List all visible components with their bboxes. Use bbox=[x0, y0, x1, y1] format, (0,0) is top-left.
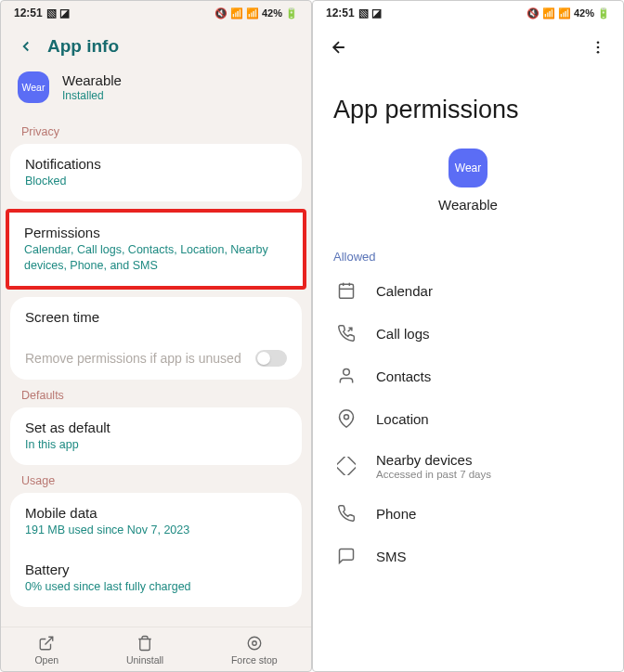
status-mute-icon: 🔇 bbox=[526, 7, 540, 19]
perm-label: Contacts bbox=[376, 368, 599, 384]
remove-perms-toggle[interactable] bbox=[255, 350, 287, 367]
section-usage: Usage bbox=[1, 465, 311, 493]
calendar-icon bbox=[337, 281, 356, 300]
battery-icon: 🔋 bbox=[597, 7, 610, 19]
permissions-sub: Calendar, Call logs, Contacts, Location,… bbox=[24, 242, 288, 274]
svg-point-5 bbox=[597, 46, 600, 49]
contacts-icon bbox=[337, 367, 356, 385]
header: App info bbox=[1, 25, 311, 66]
status-notification-icon: ▧ ◪ bbox=[358, 6, 382, 19]
svg-point-1 bbox=[248, 637, 261, 650]
status-wifi-icon: 📶 bbox=[230, 7, 243, 19]
svg-point-13 bbox=[344, 415, 349, 420]
perm-calendar[interactable]: Calendar bbox=[313, 269, 623, 312]
mobile-data-sub: 191 MB used since Nov 7, 2023 bbox=[25, 523, 287, 538]
perm-label: Call logs bbox=[376, 326, 599, 342]
permissions-row[interactable]: Permissions Calendar, Call logs, Contact… bbox=[9, 213, 303, 286]
perm-label: Location bbox=[376, 411, 599, 427]
perm-phone[interactable]: Phone bbox=[313, 492, 623, 535]
status-battery: 42% bbox=[262, 7, 282, 19]
set-default-sub: In this app bbox=[25, 437, 287, 453]
status-battery: 42% bbox=[574, 7, 594, 19]
perm-label: Calendar bbox=[376, 283, 599, 299]
status-notification-icon: ▧ ◪ bbox=[46, 6, 70, 19]
open-label: Open bbox=[34, 654, 58, 666]
svg-rect-14 bbox=[337, 457, 356, 475]
app-icon: Wear bbox=[448, 149, 488, 187]
app-name: Wearable bbox=[62, 72, 122, 88]
app-install-status: Installed bbox=[62, 89, 122, 102]
bottom-bar: Open Uninstall Force stop bbox=[1, 627, 311, 671]
permissions-highlight: Permissions Calendar, Call logs, Contact… bbox=[6, 209, 306, 290]
app-permissions-screen: 12:51 ▧ ◪ 🔇 📶 📶 42% 🔋 App permissions We… bbox=[312, 0, 624, 672]
open-button[interactable]: Open bbox=[34, 635, 58, 666]
svg-line-0 bbox=[46, 637, 53, 644]
perm-sms[interactable]: SMS bbox=[313, 535, 623, 577]
status-time: 12:51 bbox=[14, 6, 43, 19]
uninstall-label: Uninstall bbox=[126, 654, 163, 666]
screen-time-row[interactable]: Screen time bbox=[10, 297, 302, 337]
nearby-icon bbox=[337, 457, 356, 475]
mobile-data-title: Mobile data bbox=[25, 505, 287, 521]
location-icon bbox=[337, 409, 356, 428]
app-icon: Wear bbox=[18, 71, 49, 103]
battery-icon: 🔋 bbox=[285, 7, 298, 19]
notifications-sub: Blocked bbox=[25, 174, 287, 189]
status-mute-icon: 🔇 bbox=[214, 7, 228, 19]
perm-label: Phone bbox=[376, 506, 599, 522]
battery-sub: 0% used since last fully charged bbox=[25, 579, 287, 595]
status-bar: 12:51 ▧ ◪ 🔇 📶 📶 42% 🔋 bbox=[313, 1, 623, 25]
set-default-title: Set as default bbox=[25, 420, 287, 435]
screen-time-title: Screen time bbox=[25, 309, 287, 325]
remove-perms-label: Remove permissions if app is unused bbox=[25, 351, 241, 366]
status-wifi-icon: 📶 bbox=[542, 7, 555, 19]
force-stop-button[interactable]: Force stop bbox=[231, 635, 278, 666]
svg-point-2 bbox=[253, 641, 257, 646]
status-signal-icon: 📶 bbox=[246, 7, 259, 19]
remove-perms-row[interactable]: Remove permissions if app is unused bbox=[10, 337, 302, 380]
section-privacy: Privacy bbox=[1, 116, 311, 144]
status-signal-icon: 📶 bbox=[558, 7, 571, 19]
perm-call-logs[interactable]: Call logs bbox=[313, 312, 623, 355]
svg-point-6 bbox=[597, 51, 600, 54]
battery-title: Battery bbox=[25, 562, 287, 577]
status-bar: 12:51 ▧ ◪ 🔇 📶 📶 42% 🔋 bbox=[1, 1, 311, 25]
force-stop-label: Force stop bbox=[231, 654, 278, 666]
set-default-row[interactable]: Set as default In this app bbox=[10, 407, 302, 465]
call-logs-icon bbox=[337, 324, 356, 342]
notifications-title: Notifications bbox=[25, 156, 287, 172]
svg-point-4 bbox=[597, 41, 600, 44]
header bbox=[313, 25, 623, 70]
perm-nearby-devices[interactable]: Nearby devices Accessed in past 7 days bbox=[313, 440, 623, 492]
notifications-row[interactable]: Notifications Blocked bbox=[10, 144, 302, 201]
perm-location[interactable]: Location bbox=[313, 397, 623, 440]
app-name: Wearable bbox=[438, 197, 498, 213]
perm-label: SMS bbox=[376, 549, 599, 564]
permissions-title: Permissions bbox=[24, 225, 288, 240]
status-time: 12:51 bbox=[326, 6, 355, 19]
mobile-data-row[interactable]: Mobile data 191 MB used since Nov 7, 202… bbox=[10, 493, 302, 550]
phone-icon bbox=[337, 504, 356, 523]
section-defaults: Defaults bbox=[1, 380, 311, 407]
app-header-row[interactable]: Wear Wearable Installed bbox=[1, 66, 311, 116]
uninstall-button[interactable]: Uninstall bbox=[126, 635, 163, 666]
more-icon[interactable] bbox=[590, 39, 606, 56]
app-info-screen: 12:51 ▧ ◪ 🔇 📶 📶 42% 🔋 App info Wear Wear… bbox=[0, 0, 312, 672]
svg-point-12 bbox=[344, 369, 350, 376]
perm-sub: Accessed in past 7 days bbox=[376, 469, 599, 480]
sms-icon bbox=[337, 547, 356, 565]
battery-row[interactable]: Battery 0% used since last fully charged bbox=[10, 549, 302, 607]
app-header: Wear Wearable bbox=[313, 143, 623, 240]
page-title: App permissions bbox=[313, 70, 623, 143]
perm-contacts[interactable]: Contacts bbox=[313, 355, 623, 397]
svg-rect-7 bbox=[340, 284, 354, 298]
back-icon[interactable] bbox=[330, 38, 348, 57]
perm-label: Nearby devices bbox=[376, 452, 599, 468]
back-icon[interactable] bbox=[18, 38, 34, 55]
section-allowed: Allowed bbox=[313, 240, 623, 269]
page-title: App info bbox=[47, 36, 119, 57]
